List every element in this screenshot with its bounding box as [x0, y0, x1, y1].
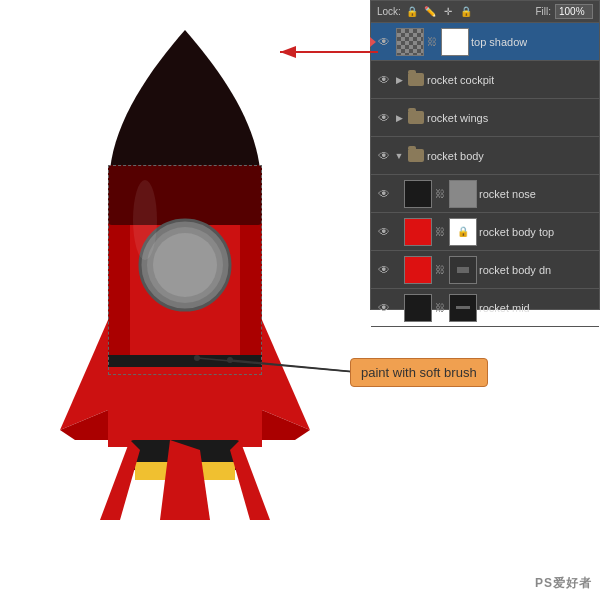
layer-name: rocket nose: [479, 188, 536, 200]
link-icon: ⛓: [435, 264, 447, 275]
link-icon: ⛓: [435, 188, 447, 199]
move-lock-icon[interactable]: ✛: [441, 5, 455, 19]
eye-icon[interactable]: 👁: [375, 33, 393, 51]
expand-icon[interactable]: ▼: [393, 150, 405, 162]
svg-rect-5: [108, 355, 262, 367]
all-lock-icon[interactable]: 🔒: [459, 5, 473, 19]
layers-panel: Lock: 🔒 ✏️ ✛ 🔒 Fill: 👁 ⛓ top shadow 👁 ▶ …: [370, 0, 600, 310]
fill-label: Fill:: [535, 6, 551, 17]
tooltip-text: paint with soft brush: [361, 365, 477, 380]
layer-thumbnail: [404, 294, 432, 322]
fill-input[interactable]: [555, 4, 593, 19]
layer-name: rocket body top: [479, 226, 554, 238]
layer-name: rocket body dn: [479, 264, 551, 276]
layer-row[interactable]: 👁 ▶ rocket cockpit: [371, 61, 599, 99]
layer-name: rocket mid: [479, 302, 530, 314]
watermark-text: PS爱好者: [535, 576, 592, 590]
layer-name: rocket wings: [427, 112, 488, 124]
folder-icon: [408, 73, 424, 86]
layer-name: top shadow: [471, 36, 527, 48]
brush-lock-icon[interactable]: ✏️: [423, 5, 437, 19]
link-icon: ⛓: [435, 302, 447, 313]
mask-thumbnail: [441, 28, 469, 56]
layer-row[interactable]: 👁 ⛓ rocket body dn: [371, 251, 599, 289]
expand-icon[interactable]: ▶: [393, 74, 405, 86]
lock-label: Lock:: [377, 6, 401, 17]
panel-toolbar: Lock: 🔒 ✏️ ✛ 🔒 Fill:: [371, 1, 599, 23]
layer-thumbnail: [404, 218, 432, 246]
layer-name: rocket body: [427, 150, 484, 162]
svg-point-4: [153, 233, 217, 297]
eye-icon[interactable]: 👁: [375, 299, 393, 317]
layer-thumbnail: [404, 180, 432, 208]
rocket-area: [0, 0, 370, 600]
layer-name: rocket cockpit: [427, 74, 494, 86]
folder-icon: [408, 149, 424, 162]
eye-icon[interactable]: 👁: [375, 71, 393, 89]
eye-icon[interactable]: 👁: [375, 261, 393, 279]
layer-row[interactable]: 👁 ▼ rocket body: [371, 137, 599, 175]
svg-rect-6: [108, 367, 262, 447]
expand-icon[interactable]: ▶: [393, 112, 405, 124]
layer-row[interactable]: 👁 ▶ rocket wings: [371, 99, 599, 137]
layer-thumbnail: [404, 256, 432, 284]
layer-thumbnail: [396, 28, 424, 56]
layer-row[interactable]: 👁 ⛓ 🔒 rocket body top: [371, 213, 599, 251]
eye-icon[interactable]: 👁: [375, 223, 393, 241]
svg-rect-1: [108, 165, 262, 225]
layer-row[interactable]: 👁 ⛓ top shadow: [371, 23, 599, 61]
lock-icon[interactable]: 🔒: [405, 5, 419, 19]
link-icon: ⛓: [427, 36, 439, 47]
watermark: PS爱好者: [535, 575, 592, 592]
eye-icon[interactable]: 👁: [375, 147, 393, 165]
rocket-illustration: [30, 10, 340, 570]
annotation-tooltip: paint with soft brush: [350, 358, 488, 387]
svg-point-9: [133, 180, 157, 260]
eye-icon[interactable]: 👁: [375, 185, 393, 203]
layer-row[interactable]: 👁 ⛓ rocket mid: [371, 289, 599, 327]
layer-row[interactable]: 👁 ⛓ rocket nose: [371, 175, 599, 213]
eye-icon[interactable]: 👁: [375, 109, 393, 127]
layer-selected-indicator: [370, 37, 376, 47]
mask-thumbnail: [449, 180, 477, 208]
folder-icon: [408, 111, 424, 124]
link-icon: ⛓: [435, 226, 447, 237]
